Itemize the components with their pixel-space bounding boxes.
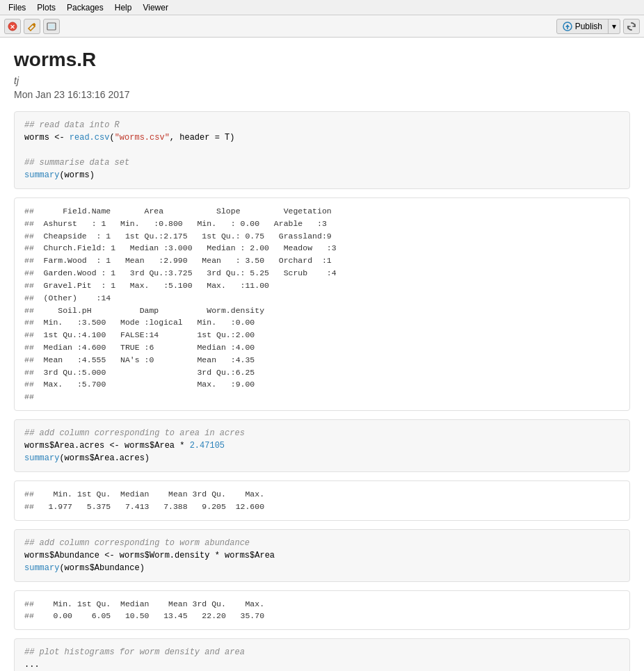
publish-main: Publish — [557, 19, 609, 33]
refresh-button[interactable] — [623, 19, 640, 34]
code-block-3: ## add column corresponding to worm abun… — [14, 529, 630, 582]
toolbar: ✕ Publish ▾ — [0, 15, 644, 38]
code-comment-4: ## add column corresponding to worm abun… — [24, 538, 250, 548]
output-block-2: ## Min. 1st Qu. Median Mean 3rd Qu. Max.… — [14, 480, 630, 521]
main-content[interactable]: worms.R tj Mon Jan 23 16:13:16 2017 ## r… — [0, 38, 644, 671]
image-button[interactable] — [43, 19, 60, 34]
code-line-4: summary(worms$Area.acres) — [24, 453, 150, 463]
image-icon — [47, 22, 56, 31]
menu-plots[interactable]: Plots — [31, 1, 61, 14]
refresh-icon — [627, 22, 636, 31]
publish-label: Publish — [575, 22, 602, 31]
menu-packages[interactable]: Packages — [61, 1, 109, 14]
menu-files[interactable]: Files — [3, 1, 31, 14]
stop-button[interactable]: ✕ — [4, 19, 21, 34]
code-block-2: ## add column corresponding to area in a… — [14, 419, 630, 472]
dropdown-icon: ▾ — [612, 22, 616, 31]
code-line-6: summary(worms$Abundance) — [24, 563, 145, 573]
menu-viewer[interactable]: Viewer — [137, 1, 173, 14]
code-line-5: worms$Abundance <- worms$Worm.density * … — [24, 551, 275, 560]
toolbar-right: Publish ▾ — [556, 19, 640, 34]
pen-icon — [27, 22, 37, 31]
output-block-1: ## Field.Name Area Slope Vegetation ## A… — [14, 197, 630, 411]
code-block-4: ## plot histograms for worm density and … — [14, 638, 630, 671]
pen-button[interactable] — [24, 19, 40, 34]
code-line-7: ... — [24, 660, 40, 670]
document-date: Mon Jan 23 16:13:16 2017 — [14, 89, 630, 100]
publish-icon — [563, 22, 572, 31]
menu-help[interactable]: Help — [109, 1, 138, 14]
publish-button[interactable]: Publish ▾ — [556, 19, 620, 34]
output-block-3: ## Min. 1st Qu. Median Mean 3rd Qu. Max.… — [14, 590, 630, 631]
menubar: Files Plots Packages Help Viewer — [0, 0, 644, 15]
publish-dropdown[interactable]: ▾ — [609, 19, 620, 33]
svg-rect-3 — [49, 24, 54, 29]
document-title: worms.R — [14, 49, 630, 71]
code-block-1: ## read data into R worms <- read.csv("w… — [14, 111, 630, 189]
code-comment-2: ## summarise data set — [24, 158, 129, 168]
code-comment-1: ## read data into R — [24, 120, 120, 130]
stop-icon: ✕ — [8, 22, 17, 31]
document-author: tj — [14, 75, 630, 86]
code-comment-5: ## plot histograms for worm density and … — [24, 647, 245, 657]
code-line-1: worms <- read.csv("worms.csv", header = … — [24, 133, 234, 143]
code-line-2: summary(worms) — [24, 170, 95, 180]
code-line-3: worms$Area.acres <- worms$Area * 2.47105 — [24, 441, 225, 451]
svg-text:✕: ✕ — [10, 24, 15, 31]
toolbar-left: ✕ — [4, 19, 60, 34]
code-comment-3: ## add column corresponding to area in a… — [24, 428, 245, 438]
